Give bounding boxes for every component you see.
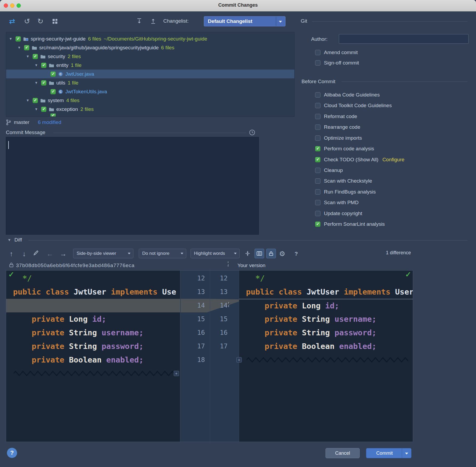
checkbox[interactable] — [315, 211, 320, 216]
checkbox[interactable]: ✓ — [41, 107, 46, 112]
collapse-all-icon[interactable] — [150, 18, 156, 24]
option-update-copyright[interactable]: Update copyright — [315, 210, 362, 217]
tree-item-jwttokenutils[interactable]: ✓ C JwtTokenUtils.java — [6, 87, 294, 96]
cancel-button[interactable]: Cancel — [326, 448, 360, 458]
chevron-expanded-icon[interactable]: ▼ — [25, 54, 30, 58]
your-version-checkbox[interactable]: ✓ — [228, 261, 228, 267]
tree-item-jwtuser-selected[interactable]: ✓ C JwtUser.java — [6, 70, 294, 78]
tree-item-count: 4 files — [66, 98, 80, 103]
diff-help-icon[interactable]: ? — [295, 249, 298, 258]
checkbox[interactable]: ✓ — [50, 89, 56, 94]
signoff-commit-option[interactable]: Sign-off commit — [315, 59, 359, 66]
changelist-dropdown[interactable]: Default Changelist — [204, 16, 285, 26]
commit-message-input[interactable] — [6, 137, 259, 235]
compare-next-icon[interactable]: → — [60, 249, 67, 258]
checkbox[interactable]: ✓ — [33, 98, 38, 103]
amend-commit-option[interactable]: Amend commit — [315, 49, 358, 56]
option-sonarlint[interactable]: ✓ Perform SonarLint analysis — [315, 221, 385, 228]
collapsed-region-squiggle — [247, 356, 408, 363]
tree-item-label: JwtTokenUtils.java — [65, 89, 107, 95]
collapse-unchanged-icon[interactable] — [243, 249, 252, 258]
checkbox[interactable]: ✓ — [33, 54, 38, 59]
author-input[interactable] — [339, 34, 469, 44]
checkbox[interactable]: ✓ — [41, 63, 46, 68]
diff-gutter: 1212 1313 1414 1515 1616 1717 18 ✓ + — [180, 271, 239, 442]
chevron-expanded-icon[interactable]: ▼ — [17, 46, 22, 50]
chevron-expanded-icon[interactable]: ▼ — [8, 37, 13, 41]
checkbox[interactable]: ✓ — [50, 71, 56, 77]
checkbox[interactable] — [315, 60, 320, 66]
option-pmd[interactable]: Scan with PMD — [315, 199, 359, 206]
option-check-todo[interactable]: ✓ Check TODO (Show All) Configure — [315, 156, 404, 163]
checkbox[interactable]: ✓ — [24, 45, 29, 50]
checkbox[interactable] — [315, 50, 320, 55]
commit-options-arrow[interactable] — [402, 448, 411, 458]
tree-item-security[interactable]: ▼ ✓ security 2 files — [6, 52, 294, 61]
option-optimize-imports[interactable]: Optimize imports — [315, 135, 362, 142]
checkbox[interactable] — [315, 178, 320, 184]
commit-button[interactable]: Commit — [366, 448, 411, 458]
checkbox[interactable]: ✓ — [50, 114, 56, 117]
checkbox[interactable]: ✓ — [15, 36, 21, 42]
checkbox[interactable] — [315, 135, 320, 141]
checkbox[interactable] — [315, 114, 320, 119]
changelist-dropdown-arrow[interactable] — [276, 17, 285, 26]
tree-item-src[interactable]: ▼ ✓ src/main/java/github/javaguide/sprin… — [6, 43, 294, 52]
checkbox[interactable]: ✓ — [41, 80, 46, 86]
option-code-analysis[interactable]: ✓ Perform code analysis — [315, 145, 374, 152]
tree-item-project[interactable]: ▼ ✓ spring-security-jwt-guide 6 files ~/… — [6, 34, 294, 43]
your-version-label: Your version — [237, 262, 265, 269]
diff-settings-gear-icon[interactable]: ⚙ — [279, 249, 285, 258]
sync-scrolling-icon[interactable] — [255, 249, 264, 258]
chevron-expanded-icon[interactable]: ▼ — [34, 107, 39, 111]
no-problems-check-icon: ✓ — [405, 271, 411, 278]
tree-item-utils[interactable]: ▼ ✓ utils 1 file — [6, 78, 294, 87]
revert-icon[interactable]: ↺ — [24, 17, 30, 26]
tree-item-entity[interactable]: ▼ ✓ entity 1 file — [6, 61, 294, 70]
checkbox[interactable]: ✓ — [315, 222, 320, 227]
tree-item-clipped[interactable]: ✓ — [6, 114, 294, 117]
checkbox[interactable] — [315, 189, 320, 195]
expand-all-icon[interactable] — [136, 18, 142, 24]
refresh-icon[interactable]: ↻ — [37, 17, 43, 26]
chevron-expanded-icon[interactable]: ▼ — [34, 81, 39, 85]
group-by-icon[interactable] — [52, 19, 58, 24]
show-diff-icon[interactable]: ⇄ — [9, 17, 15, 26]
branch-name: master — [14, 119, 29, 125]
modified-files-link[interactable]: 6 modified — [38, 119, 61, 125]
highlight-policy-dropdown[interactable]: Highlight words — [191, 249, 240, 258]
chevron-expanded-icon[interactable]: ▼ — [25, 98, 30, 102]
next-difference-icon[interactable]: ↓ — [22, 249, 26, 258]
message-history-icon[interactable] — [249, 129, 256, 136]
checkbox[interactable] — [315, 124, 320, 130]
diff-right-pane[interactable]: */ public class JwtUser implements UserD… — [239, 271, 413, 442]
viewer-mode-dropdown[interactable]: Side-by-side viewer — [73, 249, 133, 258]
option-reformat[interactable]: Reformat code — [315, 113, 357, 120]
option-alibaba[interactable]: Alibaba Code Guidelines — [315, 91, 380, 98]
checkbox[interactable]: ✓ — [315, 157, 320, 162]
option-cleanup[interactable]: Cleanup — [315, 167, 343, 174]
tree-item-exception[interactable]: ▼ ✓ exception 2 files — [6, 105, 294, 114]
option-rearrange[interactable]: Rearrange code — [315, 124, 360, 131]
checkbox[interactable] — [315, 200, 320, 205]
chevron-expanded-icon[interactable]: ▼ — [34, 63, 39, 67]
compare-previous-icon[interactable]: ← — [46, 249, 53, 258]
diff-collapse-chevron[interactable]: ▼ — [7, 238, 11, 242]
option-findbugs[interactable]: Run FindBugs analysis — [315, 188, 376, 195]
option-cloud-toolkit[interactable]: Cloud Toolkit Code Guidelines — [315, 102, 392, 109]
diff-left-pane[interactable]: */ public class JwtUser implements Use p… — [6, 271, 180, 442]
option-checkstyle[interactable]: Scan with Checkstyle — [315, 178, 372, 184]
ignore-policy-dropdown[interactable]: Do not ignore — [139, 249, 186, 258]
checkbox[interactable] — [315, 168, 320, 173]
edit-source-icon[interactable] — [33, 250, 39, 256]
checkbox[interactable] — [315, 92, 320, 98]
expand-collapsed-icon[interactable]: + — [174, 371, 179, 376]
read-only-lock-icon[interactable] — [266, 249, 276, 258]
include-change-checkbox[interactable]: ✓ — [228, 302, 229, 307]
checkbox[interactable] — [315, 103, 320, 108]
checkbox[interactable]: ✓ — [315, 146, 320, 151]
tree-item-system[interactable]: ▼ ✓ system 4 files — [6, 96, 294, 105]
configure-link[interactable]: Configure — [382, 157, 404, 163]
help-button[interactable]: ? — [7, 448, 17, 458]
previous-difference-icon[interactable]: ↑ — [10, 249, 13, 258]
